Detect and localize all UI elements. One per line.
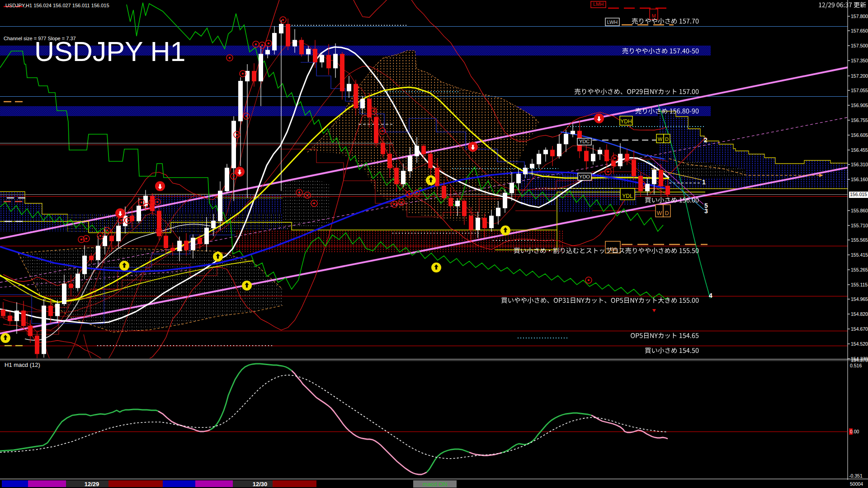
svg-text:154.820: 154.820 [851,311,868,317]
svg-text:D: D [665,136,669,142]
svg-text:155.860: 155.860 [851,208,868,213]
svg-text:-0.351: -0.351 [849,473,863,479]
svg-text:157.500: 157.500 [851,43,868,48]
svg-text:156.755: 156.755 [851,117,868,123]
svg-text:50004: 50004 [850,481,863,487]
svg-text:155.565: 155.565 [851,237,868,243]
svg-text:0.516: 0.516 [850,363,862,368]
svg-text:157.800: 157.800 [851,14,868,19]
svg-text:156.015: 156.015 [850,192,867,197]
svg-text:4: 4 [709,292,712,299]
svg-text:YDO: YDO [579,174,590,179]
svg-text:154.965: 154.965 [851,296,868,302]
svg-text:156.605: 156.605 [851,132,868,138]
svg-text:156.160: 156.160 [851,177,868,182]
svg-text:12/30: 12/30 [253,481,268,488]
svg-text:LWH: LWH [607,19,618,25]
svg-text:H1 macd (12): H1 macd (12) [5,361,40,368]
svg-text:YDL: YDL [622,193,633,199]
svg-text:3: 3 [704,207,708,215]
svg-text:YDH: YDH [620,118,632,125]
svg-text:USDJPY H1: USDJPY H1 [34,36,186,67]
svg-text:macd ON: macd ON [423,481,448,488]
svg-text:1: 1 [702,178,706,186]
svg-text:156.455: 156.455 [851,147,868,153]
svg-text:155.415: 155.415 [851,252,868,258]
svg-text:155.710: 155.710 [851,223,868,228]
svg-text:W: W [657,210,662,216]
svg-text:157.055: 157.055 [851,88,868,93]
svg-text:155.115: 155.115 [851,282,868,287]
svg-text:LMH: LMH [593,1,604,7]
svg-text:2: 2 [704,136,708,144]
svg-text:157.650: 157.650 [851,28,868,33]
svg-text:12/29: 12/29 [85,481,99,488]
svg-text:155.265: 155.265 [851,267,868,272]
svg-text:154.370: 154.370 [851,357,868,363]
svg-text:154.520: 154.520 [851,341,868,347]
svg-text:154.670: 154.670 [851,326,868,332]
svg-text:M: M [651,13,656,19]
svg-text:0.00: 0.00 [850,429,859,434]
svg-text:157.350: 157.350 [851,58,868,63]
svg-text:157.200: 157.200 [851,73,868,79]
svg-text:USDJPY,H1 156.024 156.027 156: USDJPY,H1 156.024 156.027 156.011 156.01… [5,3,109,8]
svg-text:W: W [658,136,663,142]
svg-text:156.310: 156.310 [851,162,868,167]
svg-text:D: D [665,210,669,216]
svg-text:156.905: 156.905 [851,103,868,108]
svg-text:YDC: YDC [579,139,590,144]
